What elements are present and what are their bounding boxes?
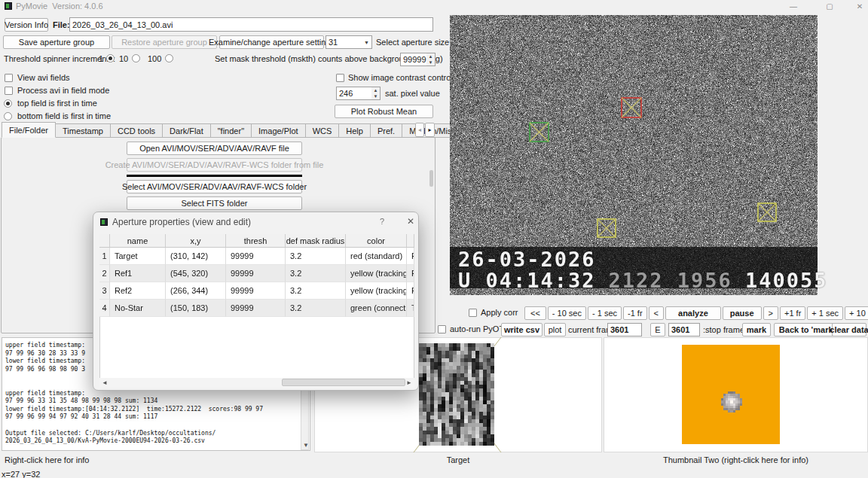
create-wcs-folder-button[interactable]: Create AVI/MOV/SER/ADV/AAV/RAVF-WCS fold… (127, 158, 302, 172)
threshold-1-label: 1 (99, 54, 103, 63)
mark-button[interactable]: mark (742, 323, 771, 336)
analyze-button[interactable]: analyze (665, 306, 721, 320)
playback-buttons: << - 10 sec - 1 sec -1 fr < analyze paus… (524, 306, 868, 320)
tab-help[interactable]: Help (339, 123, 371, 138)
threshold-1-radio[interactable] (106, 54, 115, 62)
col-color[interactable]: color (346, 234, 407, 247)
view-avi-fields-label: View avi fields (17, 73, 70, 82)
back-10-sec-button[interactable]: - 10 sec (548, 306, 586, 320)
minimize-button[interactable]: — (782, 0, 805, 12)
sat-pixel-input[interactable]: 246 (336, 87, 372, 100)
star-blob (721, 391, 742, 413)
forward-10-sec-button[interactable]: + 10 sec (845, 306, 868, 320)
bottom-field-first-radio[interactable] (4, 112, 12, 120)
apply-corr-checkbox[interactable] (469, 309, 477, 317)
divider (127, 175, 302, 177)
current-frame-input[interactable]: 3601 (607, 323, 642, 336)
aperture-properties-dialog: Aperture properties (view and edit) ? ✕ … (93, 212, 419, 391)
top-field-first-radio[interactable] (4, 99, 12, 108)
process-field-mode-label: Process avi in field mode (17, 86, 109, 95)
mask-threshold-spinner[interactable]: ▲▼ (426, 53, 436, 66)
col-name[interactable]: name (110, 234, 166, 247)
rewind-fast-button[interactable]: << (524, 306, 546, 320)
close-button[interactable]: ✕ (848, 0, 868, 12)
chevron-down-icon: ▼ (364, 40, 369, 45)
threshold-100-label: 100 (148, 54, 161, 63)
col-extra[interactable] (407, 234, 414, 247)
select-fits-folder-button[interactable]: Select FITS folder (127, 196, 302, 210)
col-xy[interactable]: x,y (166, 234, 226, 247)
plot-button[interactable]: plot (544, 323, 566, 336)
sat-pixel-label: sat. pixel value (385, 89, 440, 98)
tab-wcs[interactable]: WCS (306, 123, 340, 138)
dialog-icon (100, 218, 108, 226)
show-contrast-label: Show image contrast control (348, 73, 453, 82)
restore-aperture-group-button[interactable]: Restore aperture group (112, 35, 217, 49)
table-row[interactable]: 2 Ref1 (545, 320) 99999 3.2 yellow (trac… (99, 265, 414, 282)
mask-threshold-input[interactable]: 99999 (400, 53, 427, 66)
table-row[interactable]: 4 No-Star (150, 183) 99999 3.2 green (co… (99, 300, 414, 317)
pymovie-window: PyMovie Version: 4.0.6 — ▢ ✕ Version Inf… (0, 0, 868, 478)
tab-scroll-left-button[interactable]: ◂ (415, 123, 424, 137)
process-field-mode-checkbox[interactable] (5, 87, 13, 95)
view-avi-fields-checkbox[interactable] (5, 74, 13, 82)
tab-timestamp[interactable]: Timestamp (56, 123, 111, 138)
file-path-input[interactable]: 2026_03_26_04_13_00.avi (69, 17, 433, 32)
save-aperture-group-button[interactable]: Save aperture group (3, 35, 110, 49)
scroll-left-icon[interactable]: ◄ (102, 380, 108, 386)
table-row[interactable]: 3 Ref2 (266, 344) 99999 3.2 yellow (trac… (99, 282, 414, 300)
dialog-h-scrollbar[interactable]: ◄ ► (99, 378, 414, 388)
step-forward-button[interactable]: > (763, 306, 778, 320)
cursor-coords: x=27 y=32 (2, 470, 40, 478)
col-thresh[interactable]: thresh (226, 234, 286, 247)
scroll-right-icon[interactable]: ► (406, 380, 412, 386)
aperture-size-select[interactable]: 31 ▼ (326, 35, 372, 49)
vti-timestamp: U 04:14:32 2122 1956 140055 (458, 269, 827, 292)
tab-image-plot[interactable]: Image/Plot (252, 123, 306, 138)
select-wcs-folder-button[interactable]: Select AVI/MOV/SER/ADV/AAV/RAVF-WCS fold… (127, 180, 302, 193)
tab-bar: File/Folder Timestamp CCD tools Dark/Fla… (2, 122, 477, 138)
tab-file-folder[interactable]: File/Folder (2, 122, 56, 138)
tab-scroll-right-button[interactable]: ▸ (425, 123, 435, 137)
tab-pref[interactable]: Pref. (371, 123, 402, 138)
bottom-field-first-label: bottom field is first in time (17, 111, 111, 120)
aperture-size-label: Select aperture size (376, 38, 449, 47)
write-csv-button[interactable]: write csv (501, 323, 542, 336)
dialog-close-button[interactable]: ✕ (407, 216, 414, 227)
tab-dark-flat[interactable]: Dark/Flat (163, 123, 211, 138)
statusbar-info[interactable]: Right-click here for info (5, 455, 90, 464)
open-avi-file-button[interactable]: Open AVI/MOV/SER/ADV/AAV/RAVF file (127, 142, 302, 155)
step-back-button[interactable]: < (649, 306, 664, 320)
plot-robust-mean-button[interactable]: Plot Robust Mean (335, 105, 433, 118)
tab-ccd-tools[interactable]: CCD tools (111, 123, 163, 138)
splitter-handle[interactable] (429, 170, 433, 187)
threshold-100-radio[interactable] (165, 54, 173, 62)
back-1-sec-button[interactable]: - 1 sec (588, 306, 622, 320)
forward-1-sec-button[interactable]: + 1 sec (807, 306, 843, 320)
back-1-frame-button[interactable]: -1 fr (623, 306, 647, 320)
scroll-down-icon[interactable]: ▼ (303, 443, 309, 449)
show-contrast-checkbox[interactable] (336, 74, 344, 82)
tab-finder[interactable]: "finder" (211, 123, 252, 138)
auto-run-pyote-checkbox[interactable] (438, 325, 446, 333)
table-row[interactable]: 1 Target (310, 142) 99999 3.2 red (stand… (99, 248, 414, 265)
vti-fields: 2122 1956 (609, 269, 732, 292)
target-thumbnail-image (419, 343, 494, 446)
stop-frame-input[interactable]: 3601 (668, 323, 700, 336)
e-button[interactable]: E (650, 323, 665, 336)
col-radius[interactable]: def mask radius (286, 234, 346, 247)
dialog-title: Aperture properties (view and edit) (112, 217, 251, 227)
sat-pixel-spinner[interactable]: ▲▼ (371, 87, 381, 100)
dialog-help-button[interactable]: ? (380, 217, 384, 226)
col-num[interactable] (99, 234, 110, 247)
examine-aperture-settings-button[interactable]: Examine/change aperture settings (219, 35, 324, 49)
version-info-button[interactable]: Version Info (5, 18, 48, 32)
pause-button[interactable]: pause (723, 306, 762, 320)
aperture-size-value: 31 (329, 38, 338, 47)
clear-data-button[interactable]: clear data (832, 323, 866, 336)
maximize-button[interactable]: ▢ (818, 0, 841, 12)
threshold-10-radio[interactable] (132, 54, 140, 62)
aperture-table: name x,y thresh def mask radius color 1 … (99, 234, 414, 317)
thumbnail-two-label[interactable]: Thumbnail Two (right-click here for info… (604, 455, 868, 464)
forward-1-frame-button[interactable]: +1 fr (780, 306, 805, 320)
